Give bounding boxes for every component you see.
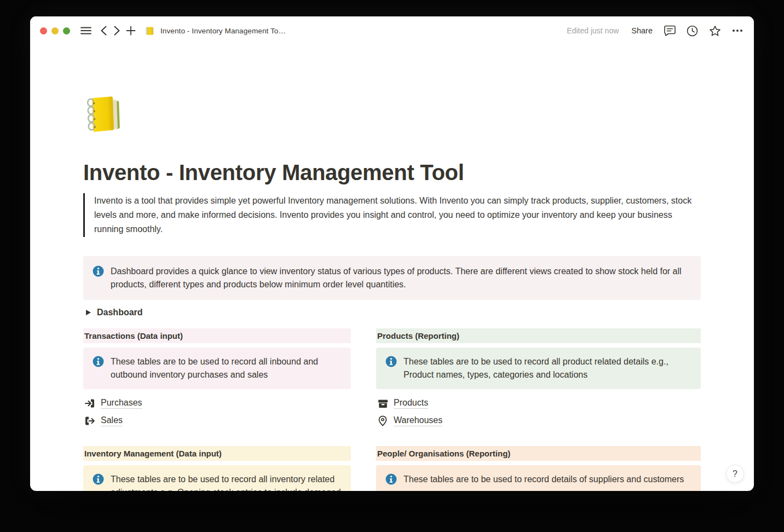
section-products: Products (Reporting) These tables are to… [376, 328, 701, 430]
minimize-window-button[interactable] [51, 27, 59, 34]
intro-quote-block: Invento is a tool that provides simple y… [83, 193, 701, 237]
section-links: Purchases Sales [83, 395, 351, 430]
page-content: Invento - Inventory Management Tool Inve… [30, 95, 754, 491]
help-button[interactable]: ? [726, 465, 744, 483]
title-bar-actions: Edited just now Share [567, 25, 743, 37]
door-exit-icon [84, 415, 95, 426]
traffic-lights [40, 27, 70, 34]
section-callout: These tables are to be used to record al… [376, 348, 701, 389]
section-callout: These tables are to be used to record al… [83, 465, 351, 491]
section-callout-text: These tables are to be used to record al… [403, 355, 692, 381]
zoom-window-button[interactable] [63, 27, 70, 34]
info-icon [385, 473, 397, 489]
section-callout-text: These tables are to be used to record de… [403, 473, 684, 486]
page-notebook-icon[interactable] [83, 95, 127, 135]
page-link-label: Products [394, 398, 428, 409]
archive-box-icon [377, 398, 388, 409]
edited-status: Edited just now [567, 26, 619, 35]
columns-row-1: Transactions (Data input) These tables a… [83, 328, 701, 430]
favorite-star-icon[interactable] [709, 25, 721, 37]
page-link-products[interactable]: Products [376, 395, 701, 412]
more-options-icon[interactable] [732, 29, 743, 32]
dashboard-callout: Dashboard provides a quick glance to vie… [83, 256, 701, 300]
info-icon [93, 356, 104, 371]
sidebar-menu-icon[interactable] [80, 26, 91, 35]
section-heading: Inventory Management (Data input) [83, 446, 351, 461]
info-icon [385, 356, 397, 371]
page-link-label: Warehouses [394, 415, 442, 426]
app-window: Invento - Inventory Management To… Edite… [30, 16, 754, 491]
comments-icon[interactable] [664, 25, 676, 36]
page-link-warehouses[interactable]: Warehouses [376, 412, 701, 430]
section-links: Products Warehouses [376, 395, 701, 430]
page-notebook-mini-icon [145, 26, 155, 36]
back-icon[interactable] [101, 26, 107, 36]
page-link-purchases[interactable]: Purchases [83, 395, 351, 412]
door-enter-icon [84, 398, 95, 409]
section-callout: These tables are to be used to record de… [376, 465, 701, 491]
location-pin-icon [377, 415, 388, 426]
section-heading: Products (Reporting) [376, 328, 701, 343]
section-transactions: Transactions (Data input) These tables a… [83, 328, 351, 430]
info-icon [93, 265, 104, 281]
columns-row-2: Inventory Management (Data input) These … [83, 446, 701, 491]
window-title: Invento - Inventory Management To… [160, 27, 286, 35]
dashboard-toggle[interactable]: Dashboard [83, 307, 701, 319]
dashboard-callout-text: Dashboard provides a quick glance to vie… [111, 265, 692, 291]
page-link-label: Sales [101, 415, 123, 426]
page-title: Invento - Inventory Management Tool [83, 159, 701, 186]
section-callout: These tables are to be used to record al… [83, 348, 351, 389]
share-button[interactable]: Share [631, 26, 653, 35]
section-people-organisations: People/ Organisations (Reporting) These … [376, 446, 701, 491]
dashboard-toggle-label: Dashboard [97, 308, 143, 317]
title-bar: Invento - Inventory Management To… Edite… [30, 16, 754, 45]
close-window-button[interactable] [40, 27, 47, 34]
history-clock-icon[interactable] [687, 25, 698, 37]
section-heading: Transactions (Data input) [83, 328, 351, 343]
section-callout-text: These tables are to be used to record al… [111, 473, 342, 491]
toggle-triangle-icon [86, 310, 91, 315]
info-icon [93, 473, 104, 489]
section-callout-text: These tables are to be used to record al… [111, 355, 342, 381]
page-link-sales[interactable]: Sales [83, 412, 351, 430]
new-tab-plus-icon[interactable] [126, 26, 136, 36]
forward-icon[interactable] [114, 26, 120, 36]
section-inventory-management: Inventory Management (Data input) These … [83, 446, 351, 491]
section-heading: People/ Organisations (Reporting) [376, 446, 701, 461]
page-link-label: Purchases [101, 398, 142, 409]
